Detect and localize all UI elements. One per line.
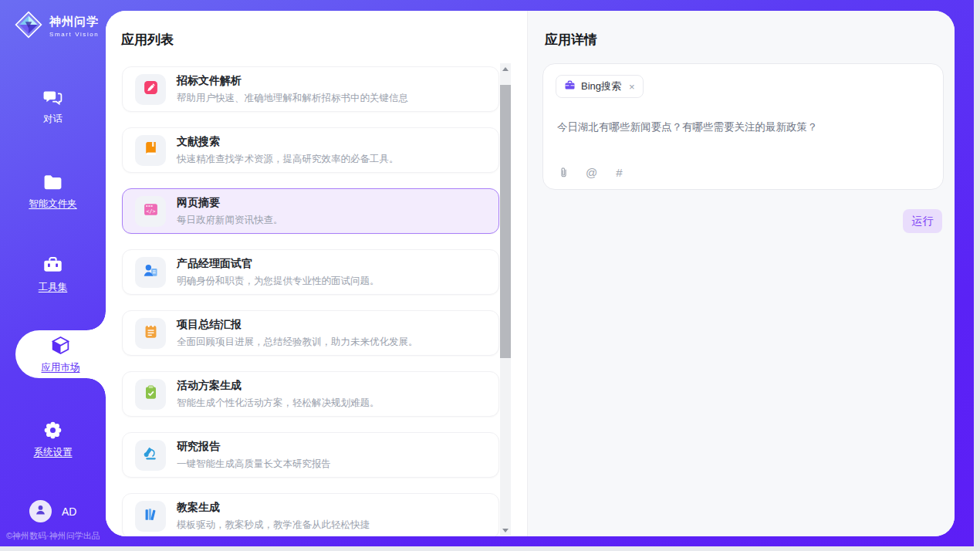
app-card-title: 研究报告 [177, 440, 331, 454]
app-card-title: 招标文件解析 [177, 74, 408, 88]
app-card-tile [135, 135, 166, 166]
app-card-tile: </> [135, 196, 166, 227]
app-card-tile [135, 501, 166, 532]
person-document-icon [143, 262, 159, 282]
notepad-icon [143, 323, 159, 343]
app-detail-title: 应用详情 [545, 31, 597, 49]
app-card-desc: 快速精准查找学术资源，提高研究效率的必备工具。 [177, 153, 399, 166]
app-card-title: 产品经理面试官 [177, 257, 380, 271]
app-card-tile [135, 318, 166, 349]
sidebar-item-label: 工具集 [39, 281, 68, 294]
svg-text:</>: </> [146, 208, 155, 215]
toolbox-icon [42, 255, 63, 276]
user-name: AD [62, 505, 76, 518]
briefcase-icon [564, 79, 576, 94]
app-card[interactable]: 产品经理面试官明确身份和职责，为您提供专业性的面试问题。 [122, 249, 499, 295]
app-card-tile [135, 379, 166, 410]
app-card[interactable]: 招标文件解析帮助用户快速、准确地理解和解析招标书中的关键信息 [122, 66, 499, 112]
brand-logo: 神州问学 Smart Vision [14, 10, 99, 42]
sidebar-item-chat[interactable]: 对话 [0, 86, 106, 126]
sidebar-item-label: 应用市场 [42, 361, 80, 374]
app-card-desc: 每日政府新闻资讯快查。 [177, 214, 283, 227]
pen-document-icon [143, 79, 159, 99]
paperclip-icon[interactable] [557, 166, 570, 179]
prompt-input-card[interactable]: Bing搜索 × 今日湖北有哪些新闻要点？有哪些需要关注的最新政策？ @# [542, 63, 944, 190]
user-row[interactable]: AD [29, 500, 76, 522]
scroll-up-icon[interactable] [500, 63, 511, 74]
main-content: 应用列表 招标文件解析帮助用户快速、准确地理解和解析招标书中的关键信息文献搜索快… [106, 11, 955, 536]
input-toolbar: @# [557, 166, 626, 179]
app-card-title: 文献搜索 [177, 135, 399, 149]
app-card-desc: 一键智能生成高质量长文本研究报告 [177, 458, 331, 471]
app-card-desc: 明确身份和职责，为您提供专业性的面试问题。 [177, 275, 380, 288]
app-card-desc: 模板驱动，教案秒成，教学准备从此轻松快捷 [177, 519, 370, 532]
list-scrollbar[interactable] [500, 63, 511, 536]
app-card-desc: 全面回顾项目进展，总结经验教训，助力未来优化发展。 [177, 336, 418, 349]
app-card-desc: 智能生成个性化活动方案，轻松解决规划难题。 [177, 397, 380, 410]
app-card-tile [135, 440, 166, 471]
app-card-title: 项目总结汇报 [177, 318, 418, 332]
app-card-desc: 帮助用户快速、准确地理解和解析招标书中的关键信息 [177, 92, 408, 105]
gear-icon [42, 420, 63, 441]
app-card-title: 活动方案生成 [177, 379, 380, 393]
brand-subtitle: Smart Vision [49, 31, 99, 38]
brand-name: 神州问学 [49, 15, 99, 29]
gem-diamond-icon [14, 10, 43, 42]
close-icon[interactable]: × [629, 82, 635, 92]
sidebar-item-folders[interactable]: 智能文件夹 [0, 171, 106, 211]
app-window: 神州问学 Smart Vision 对话智能文件夹工具集应用市场系统设置 AD … [0, 0, 980, 551]
app-card-title: 网页摘要 [177, 196, 283, 210]
research-icon [143, 445, 159, 465]
user-avatar-icon [34, 503, 47, 519]
app-card[interactable]: 项目总结汇报全面回顾项目进展，总结经验教训，助力未来优化发展。 [122, 310, 499, 356]
sidebar-footer: ©神州数码·神州问学出品 [6, 530, 100, 542]
sidebar-item-market[interactable]: 应用市场 [15, 330, 106, 378]
app-list-title: 应用列表 [121, 31, 174, 49]
books-icon [143, 506, 159, 526]
hash-icon[interactable]: # [613, 166, 626, 179]
run-button[interactable]: 运行 [903, 209, 942, 233]
app-card-list: 招标文件解析帮助用户快速、准确地理解和解析招标书中的关键信息文献搜索快速精准查找… [122, 66, 499, 536]
folder-icon [42, 171, 63, 192]
app-detail-panel: 应用详情 Bing搜索 × 今日湖北有哪些新闻要点？有哪些需要关注的最新政策？ … [527, 11, 955, 536]
mention-icon[interactable]: @ [585, 166, 598, 179]
scrollbar-thumb[interactable] [500, 85, 511, 358]
app-card[interactable]: 研究报告一键智能生成高质量长文本研究报告 [122, 432, 499, 478]
book-icon [143, 140, 159, 160]
app-list-panel: 应用列表 招标文件解析帮助用户快速、准确地理解和解析招标书中的关键信息文献搜索快… [106, 11, 527, 536]
sidebar-item-label: 对话 [43, 113, 63, 126]
sidebar: 神州问学 Smart Vision 对话智能文件夹工具集应用市场系统设置 AD … [0, 0, 106, 546]
sidebar-item-tools[interactable]: 工具集 [0, 255, 106, 294]
app-card-tile [135, 74, 166, 105]
app-card-tile [135, 257, 166, 288]
avatar [29, 500, 52, 522]
app-card[interactable]: 教案生成模板驱动，教案秒成，教学准备从此轻松快捷 [122, 493, 499, 536]
clipboard-check-icon [143, 384, 159, 404]
query-text[interactable]: 今日湖北有哪些新闻要点？有哪些需要关注的最新政策？ [557, 120, 928, 135]
sidebar-item-label: 智能文件夹 [29, 198, 77, 211]
brand-text: 神州问学 Smart Vision [49, 15, 99, 38]
scroll-down-icon[interactable] [500, 525, 511, 536]
cube-icon [50, 335, 71, 356]
app-card[interactable]: </>网页摘要每日政府新闻资讯快查。 [122, 188, 499, 234]
app-card[interactable]: 文献搜索快速精准查找学术资源，提高研究效率的必备工具。 [122, 127, 499, 173]
browser-code-icon: </> [143, 201, 159, 221]
chat-icon [42, 86, 63, 107]
tool-chip-label: Bing搜索 [581, 79, 621, 93]
sidebar-item-label: 系统设置 [34, 446, 73, 459]
app-card[interactable]: 活动方案生成智能生成个性化活动方案，轻松解决规划难题。 [122, 371, 499, 417]
tool-chip-bing-search[interactable]: Bing搜索 × [556, 75, 644, 98]
sidebar-item-settings[interactable]: 系统设置 [0, 420, 106, 459]
app-card-title: 教案生成 [177, 501, 370, 515]
